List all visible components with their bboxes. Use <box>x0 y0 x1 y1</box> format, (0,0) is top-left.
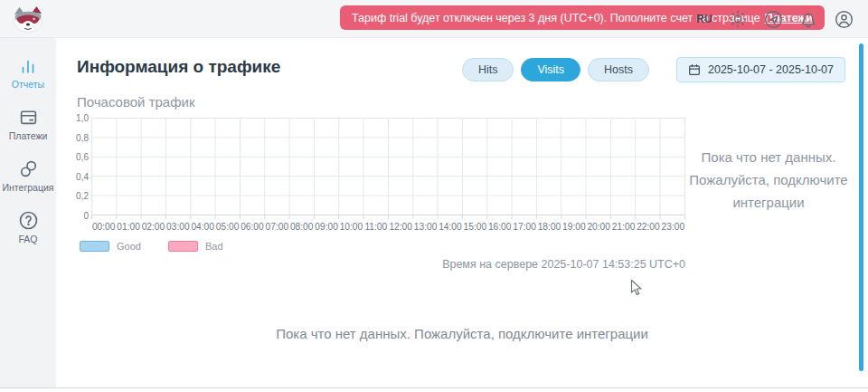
server-time: Время на сервере 2025-10-07 14:53:25 UTC… <box>77 258 685 271</box>
faq-question-icon <box>18 210 39 231</box>
tab-visits[interactable]: Visits <box>521 58 580 81</box>
chart-legend: Good Bad <box>80 241 685 252</box>
legend-label: Good <box>117 241 141 252</box>
payments-card-icon <box>18 107 39 128</box>
sidebar-item-label: Отчеты <box>12 79 44 90</box>
x-axis-label: 00:00 <box>91 222 116 232</box>
x-axis-label: 10:00 <box>339 222 363 232</box>
main-content: Информация о трафике Hits Visits Hosts 2… <box>56 38 868 387</box>
sidebar-item-label: Интеграция <box>3 182 54 193</box>
x-axis-label: 04:00 <box>191 222 215 232</box>
y-axis-label: 0,2 <box>76 191 89 201</box>
y-axis-label: 1,0 <box>76 113 89 123</box>
x-axis-label: 09:00 <box>314 222 338 232</box>
bar-chart-icon <box>18 56 38 76</box>
x-axis-label: 18:00 <box>537 222 561 232</box>
notifications-bell-icon[interactable] <box>798 9 818 29</box>
send-telegram-icon[interactable] <box>763 9 783 29</box>
good-swatch <box>80 241 109 252</box>
x-axis-label: 23:00 <box>661 222 685 232</box>
plot-grid[interactable] <box>91 118 685 215</box>
x-axis-ticks <box>91 215 685 219</box>
y-axis: 1,0 0,8 0,6 0,4 0,2 0 <box>77 118 91 215</box>
x-axis-label: 11:00 <box>363 222 388 232</box>
x-axis-label: 03:00 <box>165 222 190 232</box>
legend-label: Bad <box>205 241 223 252</box>
side-empty-message: Пока что нет данных. Пожалуйста, подключ… <box>687 147 850 214</box>
x-axis-label: 20:00 <box>587 222 611 232</box>
x-axis-label: 21:00 <box>611 222 636 232</box>
top-header: Тариф trial будет отключен через 3 дня (… <box>0 0 868 38</box>
x-axis-label: 15:00 <box>463 222 487 232</box>
x-axis-label: 13:00 <box>413 222 438 232</box>
vertical-scrollbar[interactable] <box>859 43 863 371</box>
x-axis-label: 08:00 <box>289 222 314 232</box>
chart-title: Почасовой трафик <box>77 94 195 110</box>
bottom-empty-message: Пока что нет данных. Пожалуйста, подключ… <box>56 326 868 341</box>
x-axis-label: 22:00 <box>636 222 660 232</box>
language-switcher[interactable]: RU <box>696 13 712 25</box>
bad-swatch <box>168 241 198 252</box>
sidebar-item-integration[interactable]: Интеграция <box>0 158 56 193</box>
bottom-divider <box>0 387 868 388</box>
legend-item-good[interactable]: Good <box>80 241 141 252</box>
x-axis-label: 17:00 <box>512 222 536 232</box>
sidebar-item-label: Платежи <box>9 130 48 141</box>
tab-hits[interactable]: Hits <box>462 58 514 81</box>
profile-icon[interactable] <box>834 9 854 29</box>
x-axis-label: 01:00 <box>116 222 140 232</box>
date-range-picker[interactable]: 2025-10-07 - 2025-10-07 <box>676 57 845 82</box>
x-axis-label: 07:00 <box>265 222 289 232</box>
sidebar-item-reports[interactable]: Отчеты <box>0 56 56 90</box>
sidebar-item-payments[interactable]: Платежи <box>0 107 56 141</box>
sidebar-nav: Отчеты Платежи Интеграция FAQ <box>0 38 56 387</box>
x-axis-label: 12:00 <box>389 222 413 232</box>
calendar-icon <box>688 63 701 76</box>
y-axis-label: 0,8 <box>76 132 89 142</box>
y-axis-label: 0,6 <box>76 152 89 162</box>
header-actions: RU <box>696 0 854 38</box>
legend-item-bad[interactable]: Bad <box>168 241 223 252</box>
notification-badge <box>812 7 819 14</box>
y-axis-label: 0 <box>83 211 89 221</box>
theme-sun-icon[interactable] <box>728 9 748 29</box>
tab-hosts[interactable]: Hosts <box>588 58 649 81</box>
plot-area-wrap: 00:00 01:00 02:00 03:00 04:00 05:00 06:0… <box>91 118 685 232</box>
date-range-value: 2025-10-07 - 2025-10-07 <box>708 63 834 76</box>
x-axis-label: 14:00 <box>438 222 462 232</box>
y-axis-label: 0,4 <box>76 171 89 181</box>
x-axis-label: 16:00 <box>487 222 512 232</box>
sidebar-item-faq[interactable]: FAQ <box>0 210 56 244</box>
sidebar-item-label: FAQ <box>18 234 37 244</box>
page-title: Информация о трафике <box>77 57 280 77</box>
x-axis-label: 02:00 <box>141 222 165 232</box>
x-axis: 00:00 01:00 02:00 03:00 04:00 05:00 06:0… <box>91 222 685 232</box>
app-window: Тариф trial будет отключен через 3 дня (… <box>0 0 868 392</box>
x-axis-label: 19:00 <box>561 222 586 232</box>
view-controls: Hits Visits Hosts 2025-10-07 - 2025-10-0… <box>462 57 845 82</box>
x-axis-label: 06:00 <box>240 222 264 232</box>
hourly-traffic-chart: 1,0 0,8 0,6 0,4 0,2 0 00:00 01:00 02:00 … <box>77 118 685 271</box>
x-axis-label: 05:00 <box>215 222 240 232</box>
raccoon-logo[interactable] <box>11 5 45 33</box>
integration-link-icon <box>18 158 39 179</box>
